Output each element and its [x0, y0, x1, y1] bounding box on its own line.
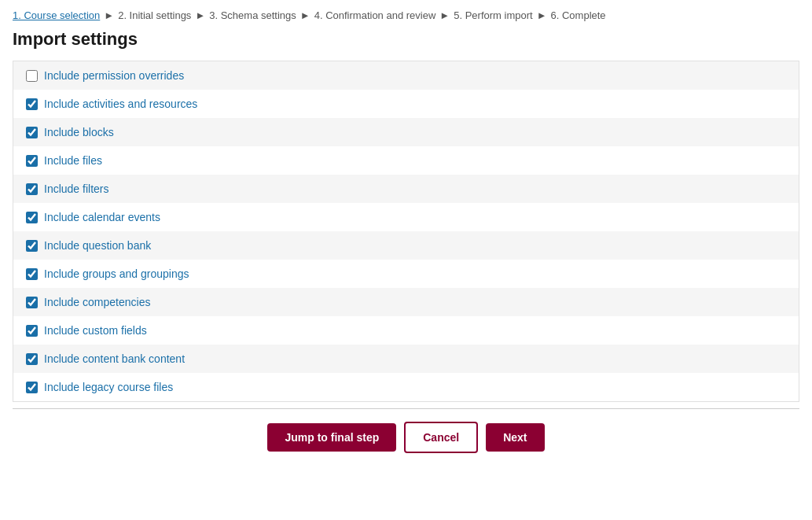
label-blocks[interactable]: Include blocks — [44, 126, 114, 138]
checkbox-content_bank[interactable] — [26, 353, 38, 365]
settings-row: Include filters — [13, 175, 799, 203]
label-groups[interactable]: Include groups and groupings — [44, 267, 189, 280]
label-competencies[interactable]: Include competencies — [44, 296, 150, 308]
settings-row: Include content bank content — [13, 345, 799, 373]
label-legacy_files[interactable]: Include legacy course files — [44, 381, 173, 393]
settings-row: Include question bank — [13, 231, 799, 260]
breadcrumb-confirmation: 4. Confirmation and review — [314, 9, 436, 21]
settings-row: Include calendar events — [13, 203, 799, 231]
breadcrumb-initial-settings: 2. Initial settings — [118, 9, 191, 21]
label-question_bank[interactable]: Include question bank — [44, 239, 151, 252]
page-title: Import settings — [13, 29, 799, 50]
checkbox-blocks[interactable] — [26, 127, 38, 138]
jump-to-final-step-button[interactable]: Jump to final step — [267, 423, 396, 452]
settings-row: Include files — [13, 146, 799, 175]
breadcrumb-sep-5: ► — [537, 9, 547, 21]
settings-row: Include groups and groupings — [13, 260, 799, 288]
checkbox-legacy_files[interactable] — [26, 382, 38, 393]
label-custom_fields[interactable]: Include custom fields — [44, 324, 147, 337]
breadcrumb-sep-3: ► — [300, 9, 310, 21]
label-content_bank[interactable]: Include content bank content — [44, 352, 185, 365]
settings-row: Include activities and resources — [13, 90, 799, 118]
checkbox-filters[interactable] — [26, 183, 38, 195]
checkbox-groups[interactable] — [26, 268, 38, 280]
settings-row: Include permission overrides — [13, 61, 799, 90]
settings-row: Include custom fields — [13, 316, 799, 345]
breadcrumb-complete: 6. Complete — [551, 9, 606, 21]
label-perm_overrides[interactable]: Include permission overrides — [44, 69, 184, 82]
checkbox-competencies[interactable] — [26, 297, 38, 308]
checkbox-question_bank[interactable] — [26, 240, 38, 252]
checkbox-files[interactable] — [26, 155, 38, 167]
label-activities[interactable]: Include activities and resources — [44, 98, 197, 110]
settings-container: Include permission overridesInclude acti… — [13, 61, 799, 402]
breadcrumb: 1. Course selection ► 2. Initial setting… — [13, 9, 799, 21]
next-button[interactable]: Next — [486, 423, 544, 452]
footer-actions: Jump to final step Cancel Next — [13, 408, 799, 466]
breadcrumb-schema-settings: 3. Schema settings — [209, 9, 296, 21]
checkbox-perm_overrides[interactable] — [26, 70, 38, 82]
settings-row: Include blocks — [13, 118, 799, 146]
label-filters[interactable]: Include filters — [44, 183, 108, 195]
checkbox-calendar[interactable] — [26, 212, 38, 223]
breadcrumb-sep-2: ► — [195, 9, 205, 21]
breadcrumb-perform-import: 5. Perform import — [454, 9, 532, 21]
cancel-button[interactable]: Cancel — [404, 422, 478, 453]
checkbox-activities[interactable] — [26, 98, 38, 110]
breadcrumb-course-selection[interactable]: 1. Course selection — [13, 9, 100, 21]
label-files[interactable]: Include files — [44, 154, 102, 167]
label-calendar[interactable]: Include calendar events — [44, 211, 160, 223]
checkbox-custom_fields[interactable] — [26, 325, 38, 337]
settings-row: Include competencies — [13, 288, 799, 316]
breadcrumb-sep-1: ► — [104, 9, 114, 21]
settings-row: Include legacy course files — [13, 373, 799, 401]
breadcrumb-sep-4: ► — [439, 9, 450, 21]
